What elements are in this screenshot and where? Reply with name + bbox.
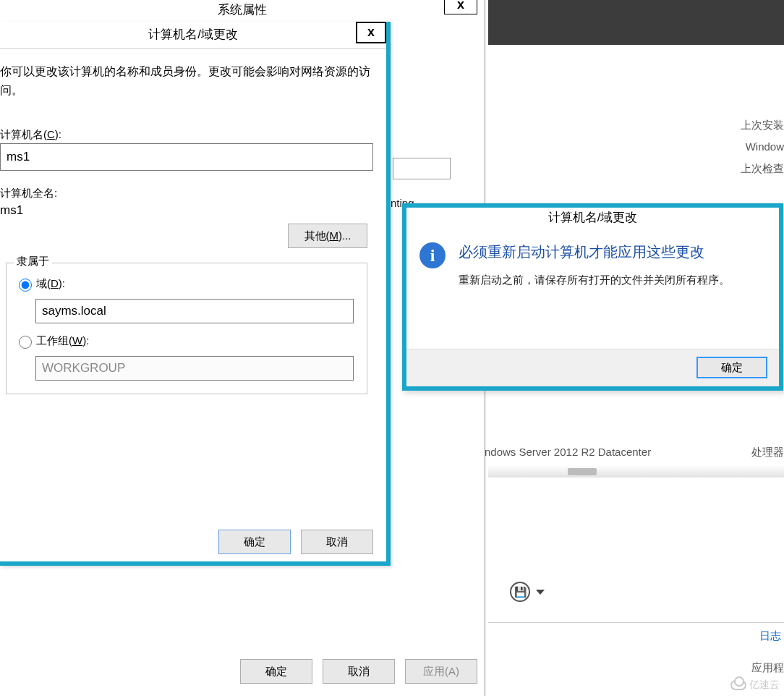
chevron-down-icon bbox=[536, 590, 545, 595]
info-icon: i bbox=[419, 242, 446, 268]
cancel-button[interactable]: 取消 bbox=[301, 530, 373, 554]
messagebox-body: 重新启动之前，请保存所有打开的文件并关闭所有程序。 bbox=[459, 272, 730, 289]
close-button[interactable]: x bbox=[444, 0, 477, 14]
close-button[interactable]: x bbox=[356, 22, 386, 43]
label-app: 应用程 bbox=[751, 661, 784, 675]
dialog-title-text: 计算机名/域更改 bbox=[148, 22, 238, 43]
dialog-intro-text: 你可以更改该计算机的名称和成员身份。更改可能会影响对网络资源的访问。 bbox=[0, 62, 380, 99]
dialog-button-row: 确定 取消 bbox=[211, 530, 373, 554]
messagebox-title: 计算机名/域更改 bbox=[406, 208, 779, 229]
more-button[interactable]: 其他(M)... bbox=[288, 224, 367, 248]
watermark: 亿速云 bbox=[730, 679, 780, 692]
dialog-titlebar: 计算机名/域更改 x bbox=[0, 22, 386, 49]
ok-button[interactable]: 确定 bbox=[696, 357, 767, 378]
restart-required-messagebox: 计算机名/域更改 i 必须重新启动计算机才能应用这些更改 重新启动之前，请保存所… bbox=[402, 203, 783, 391]
label-cpu: 处理器 bbox=[751, 446, 784, 459]
workgroup-radio-row[interactable]: 工作组(W): bbox=[15, 334, 358, 349]
apply-button: 应用(A) bbox=[405, 659, 477, 684]
description-field-fragment[interactable] bbox=[393, 158, 451, 179]
domain-radio-label: 域(D): bbox=[36, 277, 65, 291]
system-properties-button-row: 确定 取消 应用(A) bbox=[0, 659, 477, 692]
computer-name-domain-change-dialog: 计算机名/域更改 x 你可以更改该计算机的名称和成员身份。更改可能会影响对网络资… bbox=[0, 22, 391, 566]
label-last-check: 上次检查 bbox=[741, 162, 784, 176]
ok-button[interactable]: 确定 bbox=[240, 659, 312, 684]
ok-button[interactable]: 确定 bbox=[218, 530, 291, 554]
workgroup-input bbox=[35, 356, 354, 381]
system-properties-title: 系统属性 x bbox=[0, 0, 485, 20]
computer-fullname-label: 计算机全名: bbox=[0, 187, 380, 200]
link-log[interactable]: 日志 bbox=[759, 629, 781, 643]
label-last-install: 上次安装 bbox=[741, 119, 784, 132]
horizontal-scrollbar[interactable] bbox=[488, 466, 784, 478]
divider bbox=[488, 622, 784, 623]
workgroup-radio[interactable] bbox=[19, 336, 32, 349]
domain-radio-row[interactable]: 域(D): bbox=[15, 276, 358, 292]
cancel-button[interactable]: 取消 bbox=[323, 659, 395, 684]
label-windows: Window bbox=[746, 140, 784, 153]
member-of-group: 隶属于 域(D): 工作组(W): bbox=[6, 263, 367, 394]
member-of-legend: 隶属于 bbox=[14, 255, 52, 268]
domain-radio[interactable] bbox=[19, 279, 32, 292]
task-dropdown[interactable]: 💾 bbox=[510, 582, 545, 602]
server-manager-header-fragment bbox=[488, 0, 784, 45]
watermark-text: 亿速云 bbox=[749, 679, 780, 692]
computer-name-input[interactable] bbox=[0, 143, 373, 171]
domain-input[interactable] bbox=[35, 299, 354, 323]
computer-name-label: 计算机名(C): bbox=[0, 128, 380, 142]
label-os-version: ndows Server 2012 R2 Datacenter bbox=[485, 446, 651, 458]
workgroup-radio-label: 工作组(W): bbox=[36, 334, 89, 348]
cloud-icon bbox=[730, 680, 746, 690]
system-properties-title-text: 系统属性 bbox=[218, 3, 267, 17]
disk-icon: 💾 bbox=[510, 582, 530, 602]
computer-fullname-value: ms1 bbox=[0, 202, 380, 219]
messagebox-heading: 必须重新启动计算机才能应用这些更改 bbox=[459, 242, 730, 262]
messagebox-footer: 确定 bbox=[406, 349, 779, 386]
